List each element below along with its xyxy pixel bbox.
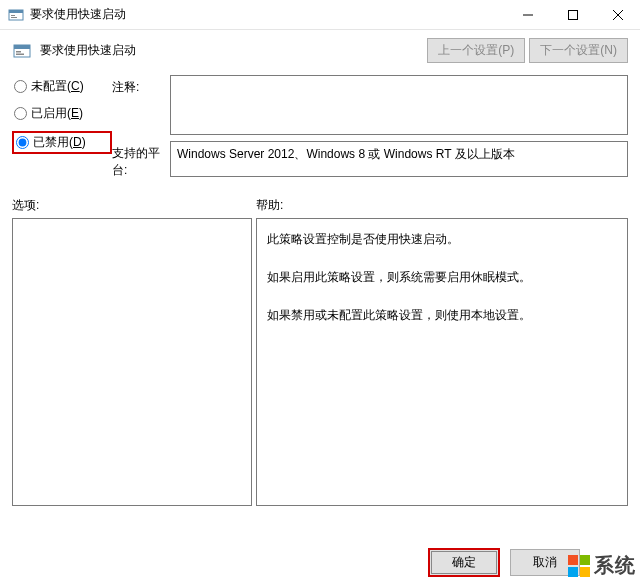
help-line-2: 如果启用此策略设置，则系统需要启用休眠模式。 <box>267 265 617 289</box>
options-box <box>12 218 252 506</box>
radio-disabled-label: 已禁用(D) <box>33 134 86 151</box>
svg-rect-3 <box>11 17 17 18</box>
svg-rect-10 <box>16 51 21 53</box>
policy-icon <box>12 41 32 61</box>
svg-rect-2 <box>11 15 15 16</box>
comment-label: 注释: <box>112 75 170 96</box>
titlebar: 要求使用快速启动 <box>0 0 640 30</box>
watermark-text: 系统 <box>594 552 636 579</box>
minimize-button[interactable] <box>505 0 550 29</box>
radio-disabled-input[interactable] <box>16 136 29 149</box>
radio-not-configured[interactable]: 未配置(C) <box>12 77 112 96</box>
close-button[interactable] <box>595 0 640 29</box>
svg-rect-5 <box>568 10 577 19</box>
button-bar: 确定 取消 <box>428 548 580 577</box>
radio-enabled-input[interactable] <box>14 107 27 120</box>
help-line-1: 此策略设置控制是否使用快速启动。 <box>267 227 617 251</box>
lower-section: 选项: 帮助: 此策略设置控制是否使用快速启动。 如果启用此策略设置，则系统需要… <box>12 197 628 506</box>
window-controls <box>505 0 640 29</box>
help-box: 此策略设置控制是否使用快速启动。 如果启用此策略设置，则系统需要启用休眠模式。 … <box>256 218 628 506</box>
help-line-3: 如果禁用或未配置此策略设置，则使用本地设置。 <box>267 303 617 327</box>
radio-group: 未配置(C) 已启用(E) 已禁用(D) <box>12 75 112 154</box>
window-title: 要求使用快速启动 <box>30 6 505 23</box>
comment-input[interactable] <box>170 75 628 135</box>
help-label: 帮助: <box>256 197 628 214</box>
next-setting-button[interactable]: 下一个设置(N) <box>529 38 628 63</box>
platform-value: Windows Server 2012、Windows 8 或 Windows … <box>177 147 515 161</box>
platform-label: 支持的平台: <box>112 141 170 179</box>
maximize-button[interactable] <box>550 0 595 29</box>
svg-rect-9 <box>14 45 30 49</box>
radio-disabled[interactable]: 已禁用(D) <box>12 131 112 154</box>
radio-not-configured-label: 未配置(C) <box>31 78 84 95</box>
options-label: 选项: <box>12 197 252 214</box>
radio-not-configured-input[interactable] <box>14 80 27 93</box>
config-row: 未配置(C) 已启用(E) 已禁用(D) 注释: 支持的平台: Windows … <box>12 75 628 185</box>
svg-rect-11 <box>16 53 24 55</box>
nav-buttons: 上一个设置(P) 下一个设置(N) <box>427 38 628 63</box>
platform-box: Windows Server 2012、Windows 8 或 Windows … <box>170 141 628 177</box>
cancel-button[interactable]: 取消 <box>510 549 580 576</box>
ok-button[interactable]: 确定 <box>428 548 500 577</box>
header-row: 要求使用快速启动 上一个设置(P) 下一个设置(N) <box>12 38 628 63</box>
svg-rect-1 <box>9 10 23 13</box>
policy-name: 要求使用快速启动 <box>40 42 427 59</box>
prev-setting-button[interactable]: 上一个设置(P) <box>427 38 525 63</box>
radio-enabled-label: 已启用(E) <box>31 105 83 122</box>
app-icon <box>8 7 24 23</box>
radio-enabled[interactable]: 已启用(E) <box>12 104 112 123</box>
